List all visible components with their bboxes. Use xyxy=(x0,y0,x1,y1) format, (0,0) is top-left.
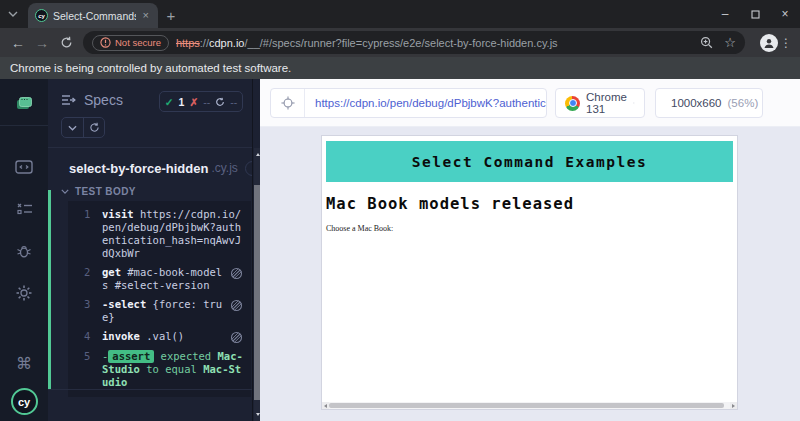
hscrollbar-thumb[interactable] xyxy=(329,403,724,408)
automation-infobar: Chrome is being controlled by automated … xyxy=(0,57,800,79)
zoom-icon[interactable] xyxy=(700,36,713,49)
specs-controls xyxy=(61,117,105,138)
sidebar-debug-icon[interactable] xyxy=(0,234,48,268)
refresh-icon[interactable] xyxy=(54,31,78,55)
passed-check-icon: ✓ xyxy=(165,96,174,108)
rerun-tests-button[interactable] xyxy=(83,118,104,137)
aut-choose-label: Choose a Mac Book: xyxy=(326,224,733,233)
aut-url-box[interactable]: https://cdpn.io/pen/debug/dPbjbwK?authen… xyxy=(270,88,547,118)
command-row-visit[interactable]: 1 visit https://cdpn.io/pen/debug/dPbjbw… xyxy=(68,205,251,263)
command-row-get[interactable]: 2 get #mac-book-models #select-version xyxy=(68,263,251,295)
test-body-section[interactable]: TEST BODY xyxy=(61,186,136,197)
address-bar[interactable]: Not secure https://cdpn.io/__/#/specs/ru… xyxy=(83,31,745,54)
command-args: #mac-book-models #select-version xyxy=(102,266,222,291)
viewport-selector[interactable]: 1000x660 (56%) xyxy=(655,88,763,118)
aut-page-banner: Select Command Examples xyxy=(326,141,733,182)
hidden-element-icon xyxy=(227,330,245,344)
spec-duration-badge: 00:06 xyxy=(245,161,252,176)
specs-reporter-panel: Specs ✓1 ✗-- -- select-by-force-hidden .… xyxy=(48,79,252,421)
command-number: 5 xyxy=(68,350,102,363)
aut-horizontal-scrollbar[interactable] xyxy=(322,402,737,409)
viewport-scale-label: (56%) xyxy=(728,97,759,109)
sidebar-divider xyxy=(0,125,48,126)
command-body: invoke .val() xyxy=(102,330,227,343)
command-row-invoke[interactable]: 4 invoke .val() xyxy=(68,327,251,347)
spec-file-row[interactable]: select-by-force-hidden .cy.js 00:06 xyxy=(62,157,246,179)
command-number: 1 xyxy=(68,208,102,221)
omnibox-actions: ☆ xyxy=(700,36,736,49)
minimize-button[interactable]: – xyxy=(710,0,740,28)
test-stats: ✓1 ✗-- -- xyxy=(159,91,243,112)
sidebar-specs-icon[interactable] xyxy=(0,87,48,121)
browser-tab-strip: cy Select-Commands-in-Cypress-E × + – × xyxy=(0,0,800,28)
scroll-right-arrow[interactable] xyxy=(730,402,737,409)
url-scheme: https xyxy=(176,37,200,49)
spec-extension: .cy.js xyxy=(211,161,237,175)
command-body: -select {force: true} xyxy=(102,298,227,324)
cypress-favicon-icon: cy xyxy=(35,9,48,22)
command-row-select[interactable]: 3 -select {force: true} xyxy=(68,295,251,327)
command-number: 2 xyxy=(68,266,102,279)
browser-selector-label: Chrome 131 xyxy=(586,91,627,115)
aut-page-heading: Mac Book models released xyxy=(326,195,733,213)
forward-icon[interactable]: → xyxy=(30,31,54,55)
browser-toolbar: ← → Not secure https://cdpn.io/__/#/spec… xyxy=(0,28,800,57)
specs-list-icon xyxy=(61,94,76,106)
back-icon[interactable]: ← xyxy=(6,31,30,55)
command-number: 3 xyxy=(68,298,102,311)
url-separator: :// xyxy=(200,37,209,49)
cypress-logo[interactable]: cy xyxy=(11,388,38,415)
hidden-element-icon xyxy=(227,266,245,280)
failed-cross-icon: ✗ xyxy=(189,96,198,108)
chevron-down-icon xyxy=(61,189,69,194)
url-text: https://cdpn.io/__/#/specs/runner?file=c… xyxy=(176,37,693,49)
collapse-all-button[interactable] xyxy=(62,118,83,137)
failed-count: -- xyxy=(203,96,210,108)
bookmark-star-icon[interactable]: ☆ xyxy=(724,36,736,49)
not-secure-chip[interactable]: Not secure xyxy=(92,35,169,51)
aut-header-bar: https://cdpn.io/pen/debug/dPbjbwK?authen… xyxy=(260,79,800,127)
command-number: 4 xyxy=(68,330,102,343)
tab-search-button[interactable] xyxy=(0,0,26,28)
url-host: cdpn.io xyxy=(209,37,244,49)
url-path: /__/#/specs/runner?file=cypress/e2e/sele… xyxy=(244,37,557,49)
browser-tab[interactable]: cy Select-Commands-in-Cypress-E × xyxy=(28,3,158,28)
specs-header: Specs xyxy=(61,92,123,108)
command-row-assert[interactable]: 5 -assert expected Mac-Studio to equal M… xyxy=(68,347,251,392)
pending-icon xyxy=(215,97,225,107)
browser-selector[interactable]: Chrome 131 xyxy=(555,88,645,118)
sidebar-runs-icon[interactable] xyxy=(0,192,48,226)
sidebar-settings-icon[interactable] xyxy=(0,276,48,310)
command-body: -assert expected Mac-Studio to equal Mac… xyxy=(102,350,245,389)
pending-count: -- xyxy=(230,96,237,108)
test-passed-edge-indicator xyxy=(48,190,51,390)
cypress-app: ⌘ cy Specs ✓1 ✗-- -- select-by-force-hid… xyxy=(0,79,800,421)
aut-url-text[interactable]: https://cdpn.io/pen/debug/dPbjbwK?authen… xyxy=(305,97,546,109)
reporter-scrollbar[interactable] xyxy=(252,79,260,421)
scroll-left-arrow[interactable] xyxy=(322,402,329,409)
browser-menu-icon[interactable]: ⋮ xyxy=(778,36,794,50)
command-name: get xyxy=(102,266,121,278)
reporter-divider xyxy=(48,147,252,148)
assert-text: expected xyxy=(161,350,212,362)
sidebar-shortcuts-icon[interactable]: ⌘ xyxy=(0,346,48,380)
sidebar-code-icon[interactable] xyxy=(0,150,48,184)
selector-playground-button[interactable] xyxy=(271,89,305,117)
cypress-icon-sidebar: ⌘ cy xyxy=(0,79,48,421)
tab-close-icon[interactable]: × xyxy=(141,8,151,23)
command-body: visit https://cdpn.io/pen/debug/dPbjbwK?… xyxy=(102,208,245,260)
passed-count: 1 xyxy=(179,96,185,108)
chrome-icon xyxy=(565,96,580,111)
command-name: invoke xyxy=(102,330,140,342)
profile-avatar[interactable] xyxy=(760,34,778,52)
new-tab-button[interactable]: + xyxy=(158,3,184,28)
command-body: get #mac-book-models #select-version xyxy=(102,266,227,292)
specs-panel-title: Specs xyxy=(84,92,123,108)
command-name: visit xyxy=(102,208,134,220)
not-secure-label: Not secure xyxy=(115,37,161,48)
assert-badge: assert xyxy=(108,350,154,363)
not-secure-icon xyxy=(100,37,111,48)
command-name: -select xyxy=(102,298,146,310)
maximize-button[interactable] xyxy=(740,0,770,28)
close-window-button[interactable]: × xyxy=(770,0,800,28)
